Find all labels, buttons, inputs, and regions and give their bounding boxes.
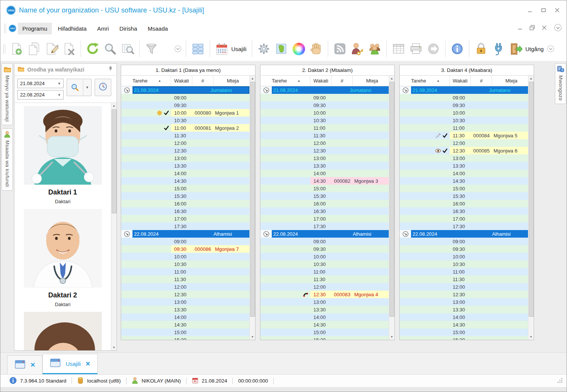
time-cell[interactable]: 13:00 — [450, 154, 471, 162]
header-time[interactable]: Wakati — [450, 76, 471, 86]
scrollbar-thumb[interactable] — [250, 82, 255, 317]
client-cell[interactable]: Mgonjwa 2 — [213, 124, 249, 132]
date-to-field[interactable]: 22.08.2024▼ — [17, 90, 64, 100]
toolbar-overflow2-icon[interactable] — [546, 44, 556, 54]
client-cell[interactable] — [213, 336, 249, 340]
time-row[interactable]: 14:30 — [121, 321, 249, 328]
time-row[interactable]: 15:00 — [260, 328, 389, 336]
appointment-row[interactable]: 09:30000086Mgonjwa 7 — [121, 245, 249, 253]
time-cell[interactable]: 16:00 — [450, 200, 471, 207]
colors-button[interactable] — [290, 39, 307, 59]
number-cell[interactable] — [192, 132, 213, 139]
client-cell[interactable] — [492, 177, 528, 185]
time-row[interactable]: 12:00 — [400, 139, 528, 147]
time-cell[interactable]: 11:00 — [450, 268, 471, 275]
tab-close-icon[interactable]: ✕ — [30, 361, 35, 369]
time-cell[interactable]: 15:00 — [310, 185, 332, 192]
client-cell[interactable] — [213, 170, 249, 177]
time-row[interactable]: 13:30 — [400, 162, 528, 170]
child-restore-button[interactable] — [530, 25, 535, 32]
client-cell[interactable] — [213, 321, 249, 328]
pin-icon[interactable] — [107, 66, 114, 73]
appointment-row[interactable]: 12:30000085Mgonjwa 6 — [400, 147, 528, 154]
number-cell[interactable]: 000083 — [332, 291, 353, 298]
number-cell[interactable] — [332, 268, 353, 275]
collapse-day-icon[interactable] — [400, 86, 411, 94]
time-cell[interactable]: 14:00 — [310, 313, 332, 321]
day-header-row[interactable]: 22.08.2024Alhamisi — [121, 230, 249, 238]
edit-record-button[interactable] — [43, 39, 60, 59]
time-cell[interactable]: 13:30 — [450, 306, 471, 313]
menu-hifadhidata[interactable]: Hifadhidata — [53, 23, 91, 34]
number-cell[interactable] — [471, 336, 492, 340]
day-header-bar[interactable]: 21.08.2024Jumatano — [272, 86, 389, 94]
number-cell[interactable] — [471, 328, 492, 336]
scroll-up-icon[interactable]: ▲ — [111, 103, 117, 109]
client-cell[interactable] — [353, 283, 389, 291]
number-cell[interactable] — [192, 238, 213, 245]
resize-grip[interactable] — [557, 377, 563, 384]
client-cell[interactable] — [213, 222, 249, 230]
time-row[interactable]: 10:30 — [121, 260, 249, 268]
number-cell[interactable] — [332, 260, 353, 268]
client-cell[interactable] — [492, 185, 528, 192]
client-cell[interactable] — [353, 101, 389, 109]
time-cell[interactable]: 10:00 — [310, 109, 332, 117]
number-cell[interactable] — [471, 238, 492, 245]
number-cell[interactable] — [332, 147, 353, 154]
client-cell[interactable] — [492, 268, 528, 275]
column-scrollbar[interactable]: ▲▼ — [249, 76, 255, 340]
time-row[interactable]: 15:30 — [400, 192, 528, 200]
time-cell[interactable]: 15:30 — [171, 192, 192, 200]
number-cell[interactable] — [192, 298, 213, 306]
day-header-row[interactable]: 21.08.2024Jumatano — [260, 86, 389, 94]
header-date[interactable]: Tarehe▲ — [260, 76, 310, 86]
time-row[interactable]: 09:30 — [400, 245, 528, 253]
number-cell[interactable] — [192, 207, 213, 215]
number-cell[interactable] — [332, 200, 353, 207]
number-cell[interactable] — [332, 109, 353, 117]
time-row[interactable]: 11:30 — [121, 132, 249, 139]
number-cell[interactable] — [332, 94, 353, 101]
client-cell[interactable] — [353, 154, 389, 162]
client-cell[interactable] — [213, 207, 249, 215]
number-cell[interactable] — [192, 283, 213, 291]
header-date[interactable]: Tarehe▲ — [400, 76, 450, 86]
client-cell[interactable] — [213, 162, 249, 170]
doctor-photo[interactable] — [24, 312, 102, 350]
client-cell[interactable] — [353, 162, 389, 170]
time-row[interactable]: 13:00 — [121, 154, 249, 162]
number-cell[interactable] — [471, 177, 492, 185]
time-cell[interactable]: 12:00 — [171, 139, 192, 147]
number-cell[interactable] — [332, 313, 353, 321]
client-cell[interactable] — [492, 313, 528, 321]
time-cell[interactable]: 12:00 — [310, 283, 332, 291]
number-cell[interactable] — [192, 222, 213, 230]
number-cell[interactable] — [192, 260, 213, 268]
doctor-photo[interactable] — [24, 209, 102, 288]
menu-dirisha[interactable]: Dirisha — [115, 23, 142, 34]
time-row[interactable]: 15:00 — [121, 328, 249, 336]
number-cell[interactable] — [332, 117, 353, 124]
time-row[interactable]: 13:30 — [121, 306, 249, 313]
user-key-button[interactable] — [349, 39, 366, 59]
client-cell[interactable] — [213, 238, 249, 245]
number-cell[interactable] — [192, 313, 213, 321]
header-number[interactable]: # — [332, 76, 353, 86]
time-row[interactable]: 14:00 — [400, 170, 528, 177]
client-cell[interactable] — [492, 222, 528, 230]
day-header-row[interactable]: 22.08.2024Alhamisi — [260, 230, 389, 238]
day-header-bar[interactable]: 21.08.2024Jumatano — [411, 86, 528, 94]
time-row[interactable]: 09:30 — [400, 101, 528, 109]
client-cell[interactable] — [353, 207, 389, 215]
number-cell[interactable] — [192, 117, 213, 124]
time-cell[interactable]: 11:30 — [171, 132, 192, 139]
time-row[interactable]: 11:30 — [400, 275, 528, 283]
doctor-name[interactable]: Daktari 1 — [14, 188, 111, 196]
time-cell[interactable]: 14:00 — [450, 313, 471, 321]
appointment-row[interactable]: 12:30000083Mgonjwa 4 — [260, 291, 389, 298]
number-cell[interactable] — [192, 336, 213, 340]
number-cell[interactable] — [192, 192, 213, 200]
appointment-row[interactable]: 14:30000082Mgonjwa 3 — [260, 177, 389, 185]
client-cell[interactable] — [213, 117, 249, 124]
